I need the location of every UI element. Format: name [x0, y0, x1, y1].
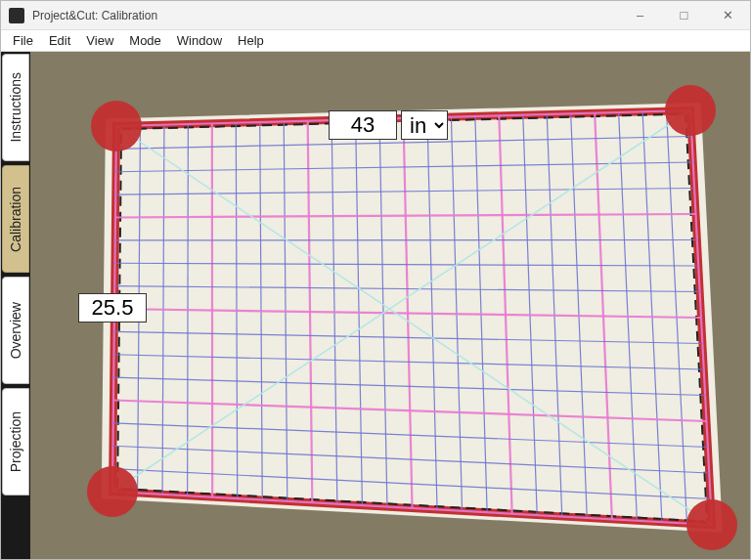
menu-mode[interactable]: Mode — [121, 32, 169, 49]
corner-handle-tr[interactable] — [665, 85, 716, 136]
tab-overview[interactable]: Overview — [2, 277, 29, 384]
menu-window[interactable]: Window — [169, 32, 230, 49]
app-icon — [9, 8, 24, 23]
height-input[interactable] — [78, 293, 147, 323]
maximize-button[interactable]: □ — [662, 1, 706, 30]
tab-label: Overview — [8, 302, 23, 359]
minimize-button[interactable]: – — [618, 1, 662, 30]
tab-label: Instructions — [8, 72, 23, 143]
tab-instructions[interactable]: Instructions — [2, 54, 29, 161]
width-measure-group: in — [329, 110, 448, 140]
side-tab-strip: Instructions Calibration Overview Projec… — [1, 52, 30, 559]
calibration-canvas[interactable]: in — [30, 52, 750, 559]
window-title: Project&Cut: Calibration — [32, 9, 157, 22]
tab-label: Projection — [8, 411, 23, 472]
app-window: Project&Cut: Calibration – □ ✕ File Edit… — [0, 0, 751, 560]
workspace: Instructions Calibration Overview Projec… — [1, 52, 750, 559]
menu-edit[interactable]: Edit — [41, 32, 78, 49]
menu-view[interactable]: View — [78, 32, 121, 49]
tab-projection[interactable]: Projection — [2, 388, 29, 495]
menu-file[interactable]: File — [5, 32, 41, 49]
corner-handle-tl[interactable] — [91, 101, 142, 151]
tab-calibration[interactable]: Calibration — [2, 165, 29, 273]
height-measure-group — [78, 293, 147, 323]
unit-select[interactable]: in — [401, 110, 448, 140]
close-button[interactable]: ✕ — [706, 1, 750, 30]
menubar: File Edit View Mode Window Help — [1, 30, 750, 52]
width-input[interactable] — [329, 110, 397, 140]
menu-help[interactable]: Help — [230, 32, 272, 49]
titlebar: Project&Cut: Calibration – □ ✕ — [1, 1, 750, 30]
tab-label: Calibration — [8, 187, 23, 252]
corner-handle-bl[interactable] — [87, 466, 138, 517]
corner-handle-br[interactable] — [686, 499, 737, 550]
